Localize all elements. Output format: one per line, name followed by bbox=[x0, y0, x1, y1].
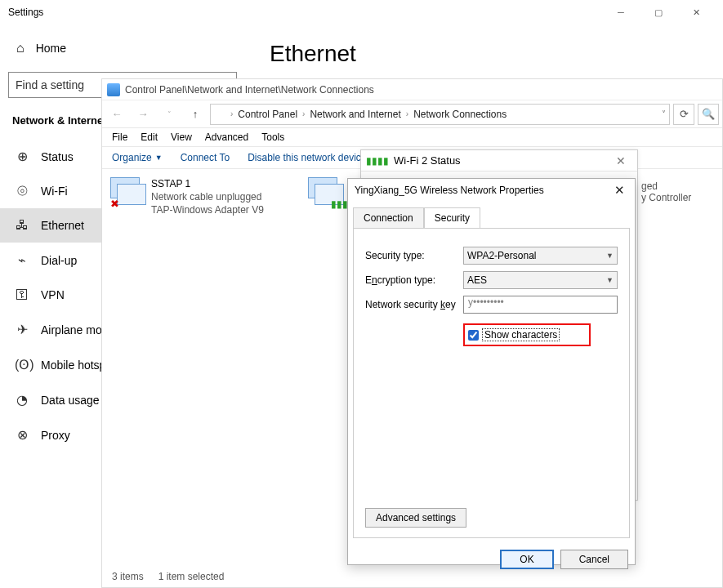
explorer-menubar: File Edit View Advanced Tools bbox=[102, 128, 722, 147]
minimize-button[interactable]: ─ bbox=[602, 0, 640, 24]
show-characters-highlight: Show characters bbox=[463, 323, 591, 346]
chevron-down-icon: ▼ bbox=[606, 252, 614, 260]
ok-button[interactable]: OK bbox=[500, 550, 553, 569]
sidebar-label: Ethernet bbox=[41, 219, 84, 232]
up-button[interactable]: ↑ bbox=[184, 103, 207, 126]
network-key-input[interactable]: y••••••••• bbox=[463, 296, 618, 314]
forward-button[interactable]: → bbox=[132, 103, 154, 126]
home-icon: ⌂ bbox=[16, 41, 25, 56]
ethernet-icon: 🖧 bbox=[15, 218, 29, 233]
advanced-settings-button[interactable]: Advanced settings bbox=[365, 508, 466, 528]
sidebar-label: Status bbox=[41, 150, 74, 163]
hotspot-icon: (ʘ) bbox=[15, 357, 29, 372]
selected-count: 1 item selected bbox=[158, 571, 225, 582]
connect-to-button[interactable]: Connect To bbox=[181, 152, 230, 163]
separator-icon: › bbox=[406, 109, 408, 118]
adapter-status: Network cable unplugged bbox=[151, 190, 264, 203]
sidebar-label: Dial-up bbox=[41, 254, 77, 267]
adapter-item-sstap[interactable]: ✖ SSTAP 1 Network cable unplugged TAP-Wi… bbox=[107, 174, 295, 220]
status-icon: ⊕ bbox=[15, 149, 29, 164]
organize-button[interactable]: Organize▼ bbox=[112, 152, 163, 163]
settings-title: Settings bbox=[8, 7, 43, 18]
adapter-partial-text: ged y Controller bbox=[641, 180, 691, 203]
chevron-down-icon[interactable]: ˅ bbox=[662, 109, 666, 118]
status-dialog-title: Wi-Fi 2 Status bbox=[394, 154, 461, 167]
status-dialog-titlebar: ▮▮▮▮ Wi-Fi 2 Status ✕ bbox=[361, 150, 637, 172]
show-characters-label: Show characters bbox=[482, 328, 560, 341]
back-button[interactable]: ← bbox=[105, 103, 128, 126]
tab-security[interactable]: Security bbox=[424, 207, 480, 229]
close-button[interactable]: ✕ bbox=[609, 154, 632, 167]
control-panel-icon bbox=[107, 83, 120, 96]
separator-icon: › bbox=[230, 109, 233, 118]
adapter-name: SSTAP 1 bbox=[151, 177, 264, 190]
search-placeholder: Find a setting bbox=[16, 78, 84, 91]
cancel-button[interactable]: Cancel bbox=[560, 550, 628, 569]
settings-titlebar: Settings ─ ▢ ✕ bbox=[0, 0, 723, 24]
breadcrumb[interactable]: Network and Internet bbox=[310, 109, 400, 120]
sidebar-label: VPN bbox=[41, 288, 65, 301]
properties-tabs: Connection Security bbox=[353, 207, 630, 228]
refresh-button[interactable]: ⟳ bbox=[673, 104, 694, 125]
menu-file[interactable]: File bbox=[112, 131, 127, 143]
security-tab-panel: Security type: WPA2-Personal ▼ Encryptio… bbox=[353, 228, 630, 538]
show-characters-checkbox[interactable] bbox=[468, 330, 479, 341]
item-count: 3 items bbox=[112, 571, 144, 582]
proxy-icon: ⊗ bbox=[15, 427, 29, 443]
wifi-icon: ⦾ bbox=[15, 184, 29, 198]
breadcrumb[interactable]: Control Panel bbox=[238, 109, 297, 120]
dialog-footer: OK Cancel bbox=[348, 543, 635, 576]
signal-bars-icon: ▮▮▮▮ bbox=[366, 155, 389, 167]
adapter-device: TAP-Windows Adapter V9 bbox=[151, 203, 264, 216]
search-button[interactable]: 🔍 bbox=[698, 104, 719, 125]
wireless-properties-dialog: YingXiang_5G Wireless Network Properties… bbox=[347, 178, 636, 565]
menu-advanced[interactable]: Advanced bbox=[205, 131, 248, 143]
sidebar-label: Proxy bbox=[41, 429, 70, 442]
close-button[interactable]: ✕ bbox=[611, 183, 628, 198]
datausage-icon: ◔ bbox=[15, 392, 29, 408]
signal-bars-icon: ▮▮▮ bbox=[331, 198, 348, 210]
home-label: Home bbox=[36, 42, 66, 55]
security-type-value: WPA2-Personal bbox=[467, 250, 536, 261]
explorer-statusbar: 3 items 1 item selected bbox=[112, 571, 224, 582]
properties-titlebar: YingXiang_5G Wireless Network Properties… bbox=[348, 179, 635, 202]
tab-connection[interactable]: Connection bbox=[353, 207, 424, 229]
airplane-icon: ✈ bbox=[15, 322, 29, 337]
menu-edit[interactable]: Edit bbox=[141, 131, 158, 143]
encryption-type-value: AES bbox=[467, 274, 487, 286]
encryption-type-label: Encryption type: bbox=[365, 274, 463, 286]
explorer-address-bar: ← → ˅ ↑ › Control Panel › Network and In… bbox=[102, 100, 722, 128]
network-key-label: Network security key bbox=[365, 299, 463, 310]
disable-device-button[interactable]: Disable this network device bbox=[248, 152, 366, 163]
encryption-type-select[interactable]: AES ▼ bbox=[463, 271, 618, 289]
breadcrumb[interactable]: Network Connections bbox=[413, 109, 507, 120]
security-type-select[interactable]: WPA2-Personal ▼ bbox=[463, 247, 618, 265]
address-box[interactable]: › Control Panel › Network and Internet ›… bbox=[210, 104, 670, 125]
chevron-down-icon: ▼ bbox=[606, 276, 614, 284]
control-panel-icon bbox=[214, 109, 225, 120]
menu-view[interactable]: View bbox=[171, 131, 192, 143]
page-title: Ethernet bbox=[270, 41, 698, 67]
maximize-button[interactable]: ▢ bbox=[640, 0, 677, 24]
separator-icon: › bbox=[302, 109, 305, 118]
sidebar-label: Wi-Fi bbox=[41, 185, 68, 198]
sidebar-label: Data usage bbox=[41, 394, 100, 407]
dialup-icon: ⌁ bbox=[15, 252, 29, 268]
adapter-icon: ✖ bbox=[110, 177, 146, 208]
vpn-icon: ⚿ bbox=[15, 287, 29, 302]
security-type-label: Security type: bbox=[365, 250, 463, 261]
chevron-down-icon: ▼ bbox=[155, 154, 163, 162]
menu-tools[interactable]: Tools bbox=[261, 131, 284, 143]
explorer-title: Control Panel\Network and Internet\Netwo… bbox=[125, 84, 374, 96]
recent-dropdown[interactable]: ˅ bbox=[158, 103, 181, 126]
home-nav[interactable]: ⌂ Home bbox=[0, 33, 245, 72]
properties-title: YingXiang_5G Wireless Network Properties bbox=[355, 185, 544, 196]
adapter-icon: ▮▮▮ bbox=[308, 177, 344, 208]
unplugged-badge-icon: ✖ bbox=[110, 198, 119, 210]
close-button[interactable]: ✕ bbox=[677, 0, 715, 24]
explorer-titlebar: Control Panel\Network and Internet\Netwo… bbox=[102, 79, 722, 100]
